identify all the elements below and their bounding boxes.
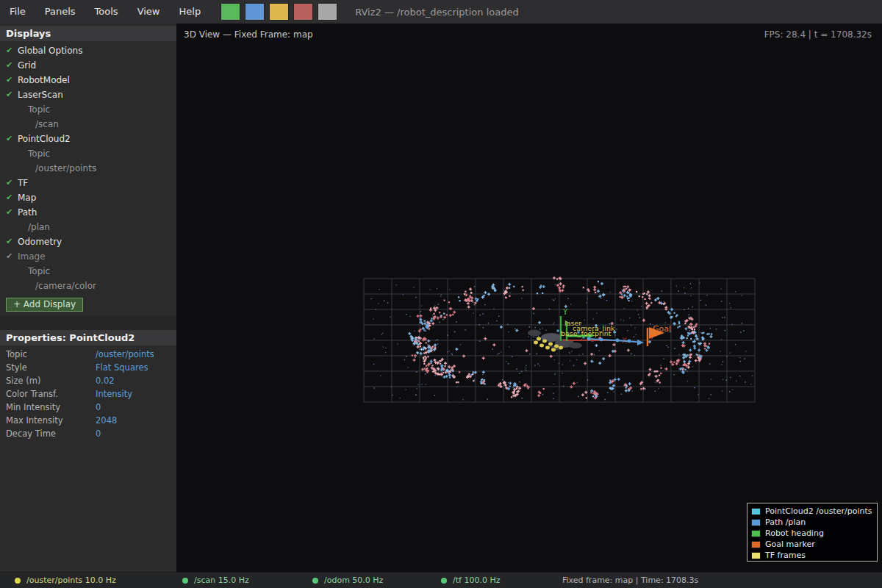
display-item-path[interactable]: ✔Path: [0, 205, 176, 220]
pointcloud-dot: [483, 313, 484, 314]
display-item-label: PointCloud2: [18, 132, 71, 146]
laserscan-point: [443, 313, 445, 315]
pointcloud-dot: [414, 331, 415, 331]
tool-button-0[interactable]: [220, 3, 240, 21]
pointcloud-dot: [390, 317, 390, 318]
checkmark-icon[interactable]: ✔: [6, 234, 12, 249]
pointcloud-dot: [480, 315, 481, 315]
display-item-robotmodel[interactable]: ✔RobotModel: [0, 73, 176, 87]
property-value[interactable]: /ouster/points: [96, 348, 154, 361]
property-value[interactable]: Intensity: [96, 387, 132, 401]
laserscan-point: [428, 346, 429, 349]
display-item-image[interactable]: ✔Image: [0, 249, 176, 264]
pointcloud-dot: [437, 340, 438, 340]
property-value[interactable]: Flat Squares: [96, 361, 148, 374]
laserscan-point: [423, 358, 424, 359]
laserscan-point: [476, 300, 478, 301]
pointcloud-dot: [722, 391, 723, 392]
display-item--camera-color[interactable]: /camera/color: [0, 279, 176, 293]
display-item-laserscan[interactable]: ✔LaserScan: [0, 87, 176, 102]
property-row-max-intensity: Max Intensity2048: [0, 414, 176, 427]
window-title: RViz2 — /robot_description loaded: [355, 7, 519, 18]
laserscan-point: [429, 328, 430, 329]
property-value[interactable]: 2048: [96, 414, 117, 427]
checkmark-icon[interactable]: ✔: [6, 132, 12, 146]
laserscan-point: [691, 323, 692, 326]
pointcloud-dot: [498, 315, 499, 316]
laserscan-point: [446, 375, 447, 378]
laserscan-point: [694, 329, 695, 330]
checkmark-icon[interactable]: ✔: [6, 176, 12, 190]
checkmark-icon[interactable]: ✔: [6, 58, 12, 73]
display-item-map[interactable]: ✔Map: [0, 190, 176, 205]
pointcloud-dot: [742, 323, 742, 323]
laserscan-point: [595, 288, 595, 291]
display-item-label: Odometry: [18, 234, 62, 249]
pointcloud-dot: [716, 329, 717, 329]
laserscan-point: [533, 307, 534, 310]
3d-scene-canvas[interactable]: XYGoallasercamera_linkbase_footprint: [176, 24, 882, 572]
menu-item-help[interactable]: Help: [170, 6, 211, 17]
laserscan-point: [676, 362, 677, 365]
laserscan-point: [429, 362, 429, 365]
pointcloud-dot: [415, 395, 416, 395]
display-item-topic[interactable]: Topic: [0, 102, 176, 117]
legend-swatch: [751, 508, 761, 515]
pointcloud-dot: [740, 331, 741, 332]
laserscan-point: [459, 371, 460, 373]
display-item-pointcloud2[interactable]: ✔PointCloud2: [0, 132, 176, 146]
pointcloud-dot: [684, 309, 684, 310]
checkmark-icon[interactable]: ✔: [6, 73, 12, 87]
laserscan-point: [435, 372, 436, 375]
menu-item-file[interactable]: File: [0, 6, 35, 17]
tool-button-4[interactable]: [318, 3, 337, 21]
add-display-button[interactable]: + Add Display: [6, 298, 83, 312]
display-item-tf[interactable]: ✔TF: [0, 176, 176, 190]
display-item-topic[interactable]: Topic: [0, 264, 176, 279]
display-item--scan[interactable]: /scan: [0, 117, 176, 132]
checkmark-icon[interactable]: ✔: [6, 249, 12, 264]
3d-viewport[interactable]: XYGoallasercamera_linkbase_footprint 3D …: [176, 24, 882, 572]
display-item-global-options[interactable]: ✔Global Options: [0, 43, 176, 58]
checkmark-icon[interactable]: ✔: [6, 205, 12, 220]
checkmark-icon[interactable]: ✔: [6, 43, 12, 58]
pointcloud-dot: [437, 288, 437, 289]
laserscan-point: [476, 298, 476, 301]
laserscan-point: [483, 295, 484, 296]
display-item--plan[interactable]: /plan: [0, 220, 176, 234]
pointcloud-dot: [698, 394, 698, 395]
pointcloud-dot: [395, 284, 396, 285]
menu-item-view[interactable]: View: [128, 6, 170, 17]
pointcloud-dot: [675, 348, 675, 349]
checkmark-icon[interactable]: ✔: [6, 87, 12, 102]
laserscan-point: [412, 355, 413, 356]
display-item--ouster-points[interactable]: /ouster/points: [0, 161, 176, 176]
menu-item-panels[interactable]: Panels: [35, 6, 85, 17]
property-value[interactable]: 0: [96, 401, 101, 414]
property-value[interactable]: 0.02: [96, 374, 115, 387]
checkmark-icon[interactable]: ✔: [6, 190, 12, 205]
legend-label: Path /plan: [765, 517, 806, 527]
pointcloud-dot: [553, 323, 553, 324]
laserscan-point: [646, 293, 648, 295]
tool-button-1[interactable]: [245, 3, 265, 21]
laserscan-point: [432, 345, 434, 347]
laserscan-point: [649, 294, 650, 297]
display-item-topic[interactable]: Topic: [0, 146, 176, 161]
tool-button-2[interactable]: [269, 3, 289, 21]
pointcloud-dot: [432, 315, 433, 315]
property-value[interactable]: 0: [96, 427, 101, 440]
laserscan-point: [494, 287, 495, 290]
pointcloud-dot: [456, 321, 456, 322]
display-item-odometry[interactable]: ✔Odometry: [0, 234, 176, 249]
menu-item-tools[interactable]: Tools: [85, 6, 128, 17]
pointcloud-dot: [474, 286, 475, 287]
pointcloud-dot: [373, 338, 374, 339]
pointcloud-dot: [497, 354, 498, 354]
displays-tree: ✔Global Options✔Grid✔RobotModel✔LaserSca…: [0, 41, 176, 293]
display-item-grid[interactable]: ✔Grid: [0, 58, 176, 73]
tool-button-3[interactable]: [293, 3, 313, 21]
pointcloud-dot: [700, 300, 700, 301]
legend-swatch: [751, 530, 761, 537]
pointcloud-dot: [678, 290, 678, 291]
